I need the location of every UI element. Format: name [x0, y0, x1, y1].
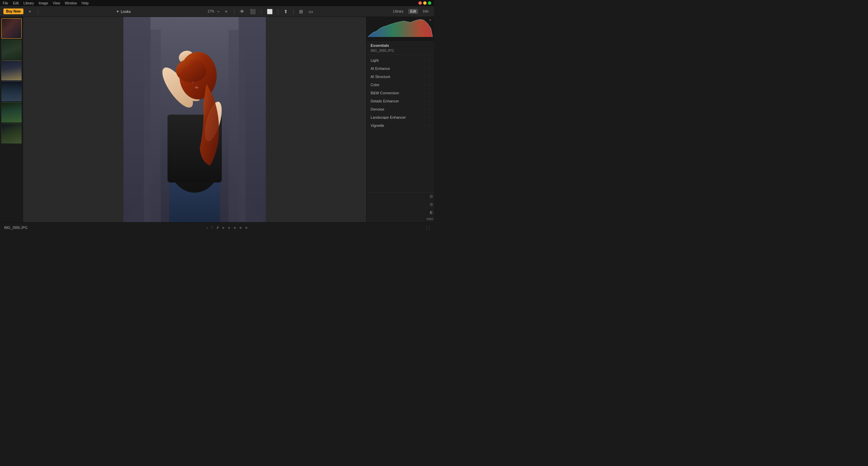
- ai-enhance-label: AI Enhance: [371, 66, 390, 71]
- bw-conversion-label: B&W Conversion: [371, 91, 399, 95]
- thumbnail-4[interactable]: [1, 81, 22, 102]
- maximize-icon[interactable]: [428, 1, 431, 5]
- thumbnail-1[interactable]: [1, 18, 22, 39]
- edit-tab[interactable]: Edit: [408, 9, 418, 14]
- panel-filename: IMG_3990.JPG: [367, 49, 434, 55]
- color-label: Color: [371, 83, 379, 87]
- status-right: ⛶: [427, 226, 430, 230]
- menu-library[interactable]: Library: [23, 1, 34, 5]
- vignette-arrow: ›: [429, 124, 430, 127]
- window-controls: [418, 1, 431, 5]
- panel-item-bw-conversion[interactable]: B&W Conversion ›: [367, 89, 434, 97]
- details-enhancer-arrow: ›: [429, 99, 430, 103]
- panel-section-header: Essentials: [367, 41, 434, 49]
- details-enhancer-label: Details Enhancer: [371, 99, 399, 103]
- bw-conversion-arrow: ›: [429, 91, 430, 95]
- rating-star-5[interactable]: ★: [245, 226, 248, 230]
- photo-canvas: [123, 17, 266, 222]
- info-tab[interactable]: Info: [421, 9, 431, 14]
- ai-enhance-arrow: ›: [429, 67, 430, 70]
- landscape-enhancer-arrow: ›: [429, 116, 430, 119]
- reject-icon[interactable]: ✗: [216, 226, 219, 230]
- zoom-level: 17%: [208, 9, 214, 13]
- panel-items: Light › AI Enhance › AI Structure › Colo…: [367, 55, 434, 192]
- menu-view[interactable]: View: [53, 1, 60, 5]
- mode-group: ✦ Looks: [116, 9, 131, 14]
- grid-button[interactable]: ⊞: [298, 8, 304, 15]
- denoise-arrow: ›: [429, 108, 430, 111]
- flag-icon[interactable]: ○: [206, 226, 208, 230]
- close-icon[interactable]: [418, 1, 422, 5]
- panel-item-denoise[interactable]: Denoise ›: [367, 105, 434, 113]
- layers-icon[interactable]: ⊕: [430, 202, 433, 207]
- menu-help[interactable]: Help: [82, 1, 89, 5]
- menu-bar: File Edit Library Image View Window Help: [0, 0, 434, 6]
- light-arrow: ›: [429, 59, 430, 62]
- settings-icon[interactable]: ⚙: [429, 194, 433, 199]
- menu-window[interactable]: Window: [65, 1, 77, 5]
- thumbnail-5[interactable]: [1, 102, 22, 123]
- svg-point-19: [195, 86, 198, 89]
- rating-star-2[interactable]: ★: [228, 226, 231, 230]
- fullscreen-icon[interactable]: ⛶: [427, 226, 430, 230]
- compare-button[interactable]: ⬛: [249, 8, 257, 15]
- separator-2: [234, 9, 234, 14]
- menu-file[interactable]: File: [3, 1, 8, 5]
- photo-container: [123, 17, 266, 222]
- panel-item-vignette[interactable]: Vignette ›: [367, 121, 434, 130]
- panel-item-ai-enhance[interactable]: AI Enhance ›: [367, 64, 434, 73]
- light-label: Light: [371, 58, 379, 62]
- color-arrow: ›: [429, 83, 430, 86]
- landscape-enhancer-label: Landscape Enhancer: [371, 115, 406, 119]
- svg-point-17: [176, 59, 206, 82]
- looks-icon: ✦: [116, 9, 119, 14]
- main-layout: ▲ Essentials IMG_3990.JPG Light: [0, 17, 434, 222]
- eye-button[interactable]: 👁: [238, 8, 246, 15]
- mask-icon[interactable]: ◐: [430, 210, 433, 215]
- separator-1: [38, 9, 38, 14]
- toolbar: Buy Now ＋ ✦ Looks 17% − ＋ 👁 ⬛ ⬜ ⬆ ⊞ ▭ Li…: [0, 6, 434, 17]
- minimize-icon[interactable]: [423, 1, 427, 5]
- share-button[interactable]: ⬆: [282, 8, 289, 15]
- status-filename: IMG_3990.JPG: [4, 226, 27, 230]
- zoom-in-button[interactable]: ＋: [222, 8, 230, 15]
- panel-item-color[interactable]: Color ›: [367, 81, 434, 89]
- panel-bottom-icons: ⚙ ⊕ ◐ PRO: [367, 192, 434, 222]
- status-bar: IMG_3990.JPG ○ ♡ ✗ ★ ★ ★ ★ ★ ⛶: [0, 222, 434, 233]
- thumbnail-3[interactable]: [1, 60, 22, 81]
- buy-now-button[interactable]: Buy Now: [3, 8, 23, 14]
- crop-button[interactable]: ⬜: [265, 8, 274, 15]
- layout-button[interactable]: ▭: [307, 8, 314, 15]
- looks-label[interactable]: Looks: [121, 9, 131, 14]
- rating-star-4[interactable]: ★: [239, 226, 242, 230]
- rating-star-1[interactable]: ★: [222, 226, 225, 230]
- thumbnail-2[interactable]: [1, 39, 22, 60]
- panel-item-light[interactable]: Light ›: [367, 56, 434, 64]
- vignette-label: Vignette: [371, 123, 384, 128]
- zoom-out-button[interactable]: −: [216, 8, 221, 15]
- menu-image[interactable]: Image: [39, 1, 48, 5]
- add-button[interactable]: ＋: [26, 8, 34, 15]
- svg-point-18: [192, 81, 194, 83]
- library-tab[interactable]: Library: [391, 9, 406, 14]
- heart-icon[interactable]: ♡: [211, 226, 214, 230]
- panel-item-details-enhancer[interactable]: Details Enhancer ›: [367, 97, 434, 105]
- ai-structure-arrow: ›: [429, 75, 430, 78]
- zoom-control: 17% − ＋: [208, 8, 230, 15]
- histogram-collapse[interactable]: ▲: [429, 18, 432, 21]
- panel-item-ai-structure[interactable]: AI Structure ›: [367, 73, 434, 81]
- rating-star-3[interactable]: ★: [233, 226, 236, 230]
- right-panel: ▲ Essentials IMG_3990.JPG Light: [366, 17, 434, 222]
- separator-3: [261, 9, 261, 14]
- panel-item-landscape-enhancer[interactable]: Landscape Enhancer ›: [367, 113, 434, 121]
- menu-edit[interactable]: Edit: [13, 1, 19, 5]
- filmstrip-left: [0, 17, 23, 222]
- ai-structure-label: AI Structure: [371, 75, 390, 79]
- separator-4: [278, 9, 278, 14]
- canvas-area[interactable]: [23, 17, 366, 222]
- thumbnail-6[interactable]: [1, 123, 22, 144]
- status-center: ○ ♡ ✗ ★ ★ ★ ★ ★: [31, 226, 423, 230]
- separator-5: [293, 9, 294, 14]
- portrait-svg: [123, 17, 266, 222]
- pro-icon[interactable]: PRO: [427, 217, 433, 221]
